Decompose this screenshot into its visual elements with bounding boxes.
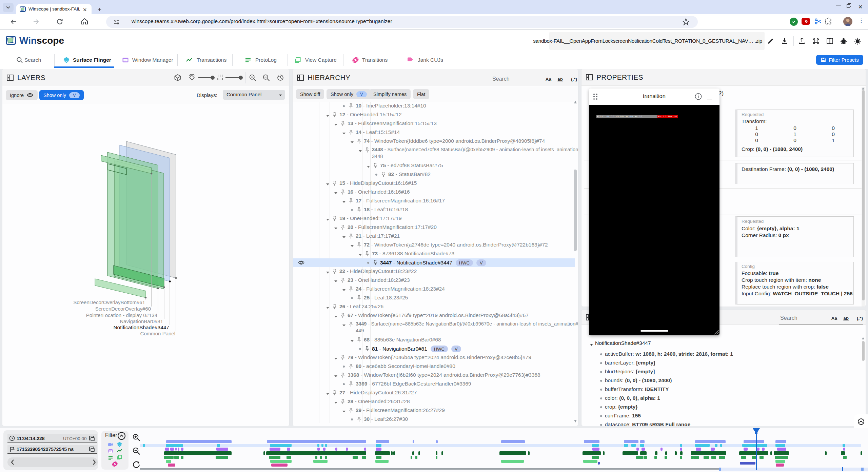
svg-text:ScreenDecorOverlayBottom#61: ScreenDecorOverlayBottom#61 [73, 299, 145, 305]
svg-text:Common Panel: Common Panel [140, 331, 175, 336]
svg-text:ScreenDecorOverlay#60: ScreenDecorOverlay#60 [95, 306, 151, 312]
svg-text:NavigationBar0#81: NavigationBar0#81 [120, 318, 163, 324]
svg-text:NotificationShade#3447: NotificationShade#3447 [113, 324, 169, 330]
svg-text:PointerLocation - display 0#13: PointerLocation - display 0#134 [86, 312, 157, 318]
